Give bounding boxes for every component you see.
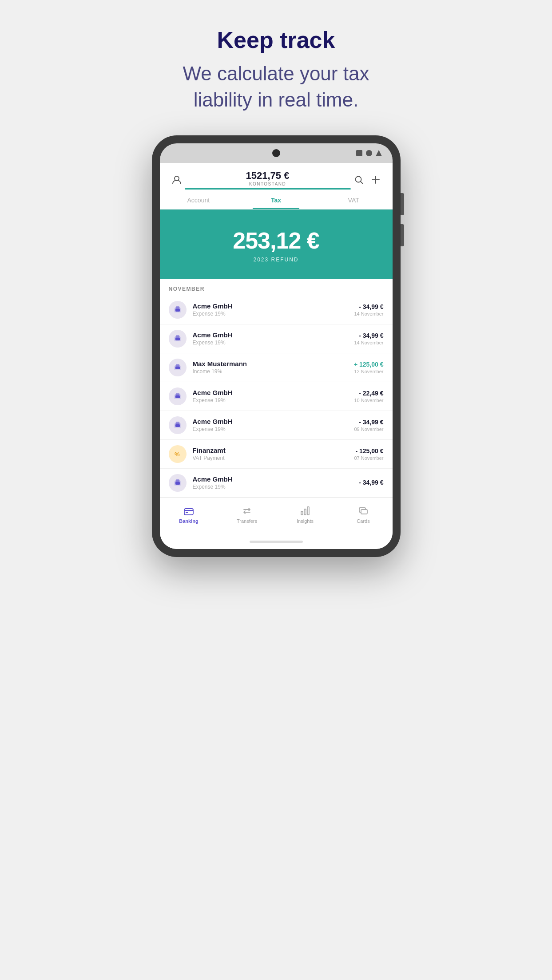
tab-account[interactable]: Account xyxy=(160,191,238,209)
nav-cards[interactable]: Cards xyxy=(334,502,393,526)
transaction-item[interactable]: Acme GmbH Expense 19%- 34,99 € xyxy=(160,469,393,498)
month-label: NOVEMBER xyxy=(160,279,393,296)
transaction-info: Acme GmbH Expense 19% xyxy=(193,418,354,432)
transaction-item[interactable]: Acme GmbH Expense 19%- 34,99 € 14 Novemb… xyxy=(160,324,393,353)
transaction-type: Expense 19% xyxy=(193,311,354,317)
tabs-row: Account Tax VAT xyxy=(160,191,393,209)
headline-title: Keep track xyxy=(183,27,369,53)
home-bar xyxy=(250,541,303,543)
nav-transfers[interactable]: Transfers xyxy=(218,502,276,526)
app-top-row: 1521,75 € KONTOSTAND xyxy=(169,170,384,190)
nav-transfers-label: Transfers xyxy=(237,518,257,524)
svg-rect-29 xyxy=(175,482,180,485)
nav-banking[interactable]: Banking xyxy=(160,502,218,526)
transaction-icon xyxy=(169,416,187,434)
home-indicator xyxy=(160,537,393,549)
svg-rect-32 xyxy=(301,511,303,515)
transaction-icon: % xyxy=(169,445,187,463)
transaction-amount: - 125,00 € xyxy=(354,447,383,454)
transaction-date: 09 November xyxy=(354,427,383,432)
svg-rect-33 xyxy=(304,509,306,515)
transaction-info: Acme GmbH Expense 19% xyxy=(193,331,354,346)
svg-rect-15 xyxy=(176,364,179,367)
profile-button[interactable] xyxy=(169,172,185,188)
headline-section: Keep track We calculate your taxliabilit… xyxy=(183,27,369,113)
svg-rect-24 xyxy=(175,424,180,427)
svg-rect-28 xyxy=(176,479,179,482)
svg-rect-23 xyxy=(176,422,179,424)
transaction-right: - 34,99 € 14 November xyxy=(354,303,383,316)
headline-subtitle: We calculate your taxliability in real t… xyxy=(183,60,369,113)
app-header: 1521,75 € KONTOSTAND xyxy=(160,163,393,190)
transaction-icon xyxy=(169,330,187,348)
transaction-info: Max Mustermann Income 19% xyxy=(193,360,354,375)
bottom-nav: Banking Transfers xyxy=(160,498,393,537)
transaction-type: Income 19% xyxy=(193,368,354,375)
transaction-name: Max Mustermann xyxy=(193,360,354,368)
transaction-right: - 34,99 € xyxy=(359,479,383,487)
svg-rect-19 xyxy=(176,393,179,395)
camera-dot xyxy=(272,149,280,157)
phone-top-bar xyxy=(160,143,393,163)
transaction-right: - 34,99 € 09 November xyxy=(354,419,383,432)
svg-rect-12 xyxy=(175,338,180,340)
transaction-item[interactable]: % Finanzamt VAT Payment- 125,00 € 07 Nov… xyxy=(160,440,393,469)
transaction-amount: - 34,99 € xyxy=(354,419,383,426)
volume-down-button xyxy=(401,224,404,246)
transaction-type: VAT Payment xyxy=(193,455,354,461)
transaction-icon xyxy=(169,474,187,492)
transaction-list: Acme GmbH Expense 19%- 34,99 € 14 Novemb… xyxy=(160,296,393,498)
svg-rect-30 xyxy=(184,509,193,515)
svg-rect-7 xyxy=(176,306,179,309)
transaction-item[interactable]: Max Mustermann Income 19%+ 125,00 € 12 N… xyxy=(160,353,393,382)
nav-insights[interactable]: Insights xyxy=(276,502,334,526)
signal-icon-1 xyxy=(356,150,362,156)
svg-rect-36 xyxy=(361,510,367,514)
transaction-item[interactable]: Acme GmbH Expense 19%- 34,99 € 14 Novemb… xyxy=(160,296,393,324)
transaction-name: Acme GmbH xyxy=(193,389,354,396)
insights-icon xyxy=(299,505,311,517)
signal-icon-3 xyxy=(376,150,382,156)
tab-tax[interactable]: Tax xyxy=(237,191,315,209)
transaction-date: 07 November xyxy=(354,455,383,461)
transaction-right: - 22,49 € 10 November xyxy=(354,390,383,403)
transaction-date: 12 November xyxy=(354,369,384,374)
transaction-item[interactable]: Acme GmbH Expense 19%- 22,49 € 10 Novemb… xyxy=(160,382,393,411)
phone-device: 1521,75 € KONTOSTAND xyxy=(152,135,401,557)
transaction-item[interactable]: Acme GmbH Expense 19%- 34,99 € 09 Novemb… xyxy=(160,411,393,440)
phone-frame: 1521,75 € KONTOSTAND xyxy=(152,135,401,557)
transaction-info: Acme GmbH Expense 19% xyxy=(193,475,359,490)
balance-underline xyxy=(185,188,351,190)
balance-label: KONTOSTAND xyxy=(185,182,351,186)
tab-vat[interactable]: VAT xyxy=(315,191,393,209)
transaction-amount: - 34,99 € xyxy=(354,332,383,339)
svg-rect-8 xyxy=(175,309,180,312)
svg-text:%: % xyxy=(175,451,180,458)
transaction-date: 14 November xyxy=(354,311,383,316)
phone-screen: 1521,75 € KONTOSTAND xyxy=(160,163,393,549)
transaction-right: - 34,99 € 14 November xyxy=(354,332,383,345)
transaction-name: Finanzamt xyxy=(193,447,354,454)
svg-rect-11 xyxy=(176,335,179,338)
transaction-info: Finanzamt VAT Payment xyxy=(193,447,354,461)
transaction-type: Expense 19% xyxy=(193,484,359,490)
transaction-date: 14 November xyxy=(354,340,383,345)
nav-banking-label: Banking xyxy=(179,518,198,524)
search-button[interactable] xyxy=(351,172,367,188)
transaction-name: Acme GmbH xyxy=(193,302,354,310)
transaction-name: Acme GmbH xyxy=(193,331,354,339)
status-icons xyxy=(356,150,382,156)
add-button[interactable] xyxy=(368,172,384,188)
transaction-right: + 125,00 € 12 November xyxy=(354,361,384,374)
balance-amount: 1521,75 € xyxy=(185,170,351,182)
transfers-icon xyxy=(241,505,253,517)
transaction-amount: - 22,49 € xyxy=(354,390,383,397)
transaction-date: 10 November xyxy=(354,398,383,403)
svg-line-2 xyxy=(361,182,363,184)
signal-icon-2 xyxy=(366,150,372,156)
transaction-icon xyxy=(169,387,187,405)
transaction-name: Acme GmbH xyxy=(193,475,359,483)
transaction-type: Expense 19% xyxy=(193,340,354,346)
transaction-type: Expense 19% xyxy=(193,397,354,403)
refund-banner: 253,12 € 2023 REFUND xyxy=(160,209,393,279)
